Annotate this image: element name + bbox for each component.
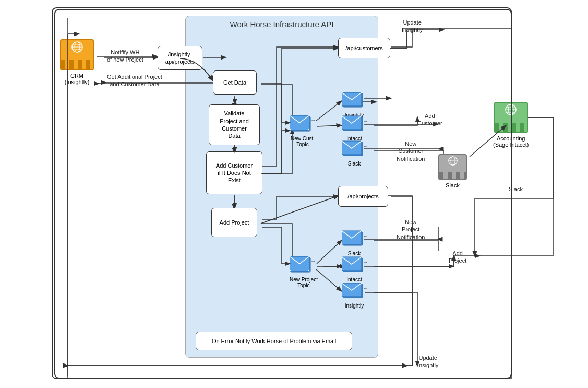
svg-text:→: →	[363, 259, 367, 265]
accounting-label: Accounting(Sage Intacct)	[493, 135, 529, 148]
intacct-email-top: → Intacct	[342, 115, 367, 142]
globe-icon-accounting	[505, 104, 517, 115]
add-project-label: AddProject	[449, 250, 466, 265]
update-insightly-top-label: UpdateInsightly	[402, 19, 423, 34]
update-insightly-bottom-label: UpdateInsightly	[417, 354, 438, 369]
add-customer-label: AddCustomer	[417, 112, 442, 127]
error-notify-node: On Error Notify Work Horse of Problem vi…	[196, 332, 352, 350]
slack-right-label: Slack	[509, 185, 523, 193]
api-projects-node: /api/projects	[338, 186, 388, 207]
svg-text:→: →	[363, 118, 367, 124]
globe-icon-slack	[448, 156, 458, 166]
accounting-server-icon: Accounting(Sage Intacct)	[493, 102, 529, 148]
get-data-node: Get Data	[213, 70, 257, 95]
svg-text:→: →	[310, 117, 316, 123]
svg-text:←: ←	[363, 285, 367, 291]
get-additional-label: Get Additional Projectand Customer Data	[107, 73, 162, 88]
new-project-topic-email: → New ProjectTopic	[290, 253, 318, 288]
api-customers-node: /api/customers	[338, 38, 390, 58]
svg-text:→: →	[310, 258, 316, 264]
slack-email-top: ← Slack	[342, 140, 367, 167]
slack-server-icon: Slack	[438, 154, 467, 189]
svg-text:→: →	[363, 95, 367, 100]
insightly-email-top: → Insightly	[342, 91, 367, 118]
svg-text:←: ←	[363, 233, 367, 239]
add-customer-node: Add Customerif It Does NotExist	[206, 151, 262, 194]
crm-server-icon: CRM(Insightly)	[60, 39, 94, 85]
diagram: Work Horse Infrastructure API	[0, 0, 588, 388]
validate-node: ValidateProject andCustomerData	[209, 104, 260, 145]
new-customer-notif-label: NewCustomerNotification	[397, 140, 425, 162]
insightly-api-projects-node: /insightly-api/projects	[158, 46, 202, 70]
insightly-email-bottom: ← Insightly	[342, 282, 367, 309]
add-project-node: Add Project	[211, 208, 257, 237]
svg-text:←: ←	[363, 143, 367, 149]
new-project-notif-label: NewProjectNotification	[397, 218, 425, 241]
notify-wh-label: Notifify WHof new Project	[107, 49, 143, 64]
globe-icon-crm	[71, 41, 83, 53]
intacct-email-bottom: → Intacct	[342, 256, 367, 283]
new-cust-topic-email: → New Cust.Topic	[290, 112, 316, 147]
slack-email-bottom: ← Slack	[342, 230, 367, 256]
slack-label: Slack	[446, 182, 460, 189]
crm-label: CRM(Insightly)	[65, 73, 90, 85]
